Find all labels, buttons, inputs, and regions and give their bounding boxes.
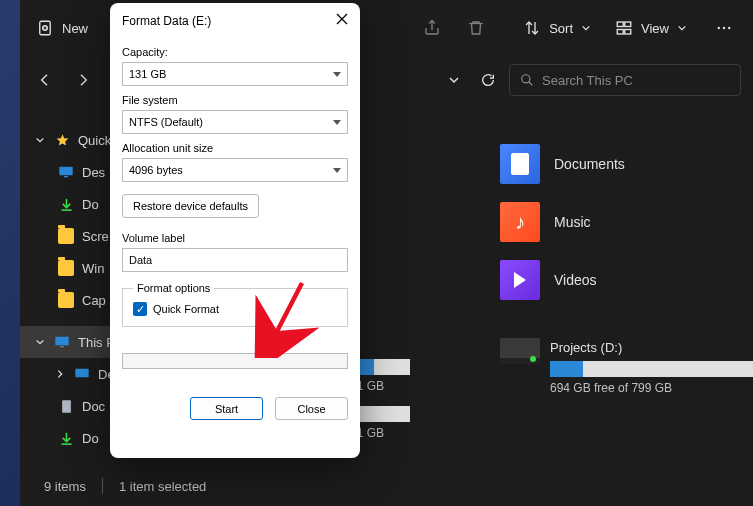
videos-icon <box>500 260 540 300</box>
svg-point-8 <box>728 27 730 29</box>
folder-icon <box>58 292 74 308</box>
quick-format-checkbox[interactable]: ✓ Quick Format <box>133 302 337 316</box>
checkbox-label: Quick Format <box>153 303 219 315</box>
download-icon <box>58 196 74 212</box>
allocation-unit-label: Allocation unit size <box>122 142 348 154</box>
format-dialog: Format Data (E:) Capacity: 131 GB File s… <box>110 3 360 458</box>
windows-taskbar-edge <box>0 0 20 506</box>
volume-label-input[interactable] <box>122 248 348 272</box>
sidebar-item-label: Cap <box>82 293 106 308</box>
svg-rect-11 <box>64 176 68 177</box>
svg-rect-5 <box>625 30 631 35</box>
capacity-select[interactable]: 131 GB <box>122 62 348 86</box>
document-icon <box>58 398 74 414</box>
sidebar-label: Quick <box>78 133 111 148</box>
allocation-unit-select[interactable]: 4096 bytes <box>122 158 348 182</box>
format-progress-bar <box>122 353 348 369</box>
desktop-icon <box>74 366 90 382</box>
folder-icon <box>58 260 74 276</box>
svg-point-7 <box>723 27 725 29</box>
star-icon <box>54 132 70 148</box>
svg-rect-10 <box>59 167 72 176</box>
drive-free-label: 694 GB free of 799 GB <box>550 381 753 395</box>
svg-rect-3 <box>625 22 631 27</box>
documents-icon <box>500 144 540 184</box>
filesystem-label: File system <box>122 94 348 106</box>
dialog-title: Format Data (E:) <box>122 14 211 28</box>
sidebar-item-label: Doc <box>82 399 105 414</box>
separator <box>102 478 103 494</box>
more-icon[interactable] <box>715 19 733 37</box>
select-value: 131 GB <box>129 68 166 80</box>
format-options-group: Format options ✓ Quick Format <box>122 282 348 327</box>
svg-rect-13 <box>60 346 64 347</box>
checkbox-checked-icon: ✓ <box>133 302 147 316</box>
drive-size-label: 21 GB <box>350 426 610 440</box>
close-button[interactable]: Close <box>275 397 348 420</box>
back-button[interactable] <box>32 67 58 93</box>
select-value: 4096 bytes <box>129 164 183 176</box>
view-icon <box>615 19 633 37</box>
drive-tile-e[interactable]: 21 GB <box>350 406 610 440</box>
svg-rect-15 <box>62 400 71 413</box>
new-icon <box>36 19 54 37</box>
folder-tile-videos[interactable]: Videos <box>470 256 625 304</box>
download-icon <box>58 430 74 446</box>
select-value: NTFS (Default) <box>129 116 203 128</box>
chevron-right-icon <box>54 368 66 380</box>
sidebar-item-label: Do <box>82 431 99 446</box>
drive-icon <box>500 338 540 364</box>
new-button[interactable]: New <box>28 13 96 43</box>
format-options-legend: Format options <box>133 282 214 294</box>
chevron-down-icon <box>34 336 46 348</box>
view-button-label: View <box>641 21 669 36</box>
svg-rect-14 <box>75 369 88 378</box>
status-bar: 9 items 1 item selected <box>20 466 753 506</box>
drive-tile-d[interactable]: Projects (D:) 694 GB free of 799 GB <box>550 340 753 395</box>
address-chevron-down-icon[interactable] <box>441 67 467 93</box>
svg-rect-2 <box>617 22 623 27</box>
music-icon <box>500 202 540 242</box>
drive-usage-bar <box>550 361 753 377</box>
sidebar-item-label: Win <box>82 261 104 276</box>
folder-icon <box>58 228 74 244</box>
start-button[interactable]: Start <box>190 397 263 420</box>
view-button[interactable]: View <box>607 13 695 43</box>
chevron-down-icon <box>581 19 591 37</box>
sort-button-label: Sort <box>549 21 573 36</box>
folder-tile-music[interactable]: Music <box>470 198 625 246</box>
refresh-button[interactable] <box>475 67 501 93</box>
status-item-count: 9 items <box>44 479 86 494</box>
restore-defaults-button[interactable]: Restore device defaults <box>122 194 259 218</box>
chevron-down-icon <box>34 134 46 146</box>
desktop-icon <box>58 164 74 180</box>
close-icon[interactable] <box>336 13 348 28</box>
monitor-icon <box>54 334 70 350</box>
search-icon <box>520 73 534 87</box>
forward-button[interactable] <box>70 67 96 93</box>
sort-icon <box>523 19 541 37</box>
new-button-label: New <box>62 21 88 36</box>
volume-label-label: Volume label <box>122 232 348 244</box>
svg-point-9 <box>522 75 530 83</box>
chevron-down-icon <box>677 19 687 37</box>
folder-tile-label: Documents <box>554 156 625 172</box>
folder-tile-label: Music <box>554 214 591 230</box>
sort-button[interactable]: Sort <box>515 13 599 43</box>
sidebar-item-label: Scre <box>82 229 109 244</box>
sidebar-item-label: Do <box>82 197 99 212</box>
svg-point-6 <box>718 27 720 29</box>
filesystem-select[interactable]: NTFS (Default) <box>122 110 348 134</box>
folder-tile-documents[interactable]: Documents <box>470 140 625 188</box>
drive-title-label: Projects (D:) <box>550 340 753 355</box>
search-placeholder: Search This PC <box>542 73 633 88</box>
sidebar-item-label: Des <box>82 165 105 180</box>
delete-icon[interactable] <box>467 19 485 37</box>
search-input[interactable]: Search This PC <box>509 64 741 96</box>
dialog-titlebar: Format Data (E:) <box>110 3 360 34</box>
svg-rect-12 <box>55 337 68 346</box>
capacity-label: Capacity: <box>122 46 348 58</box>
svg-rect-4 <box>617 30 623 35</box>
status-selected-count: 1 item selected <box>119 479 206 494</box>
share-icon[interactable] <box>423 19 441 37</box>
